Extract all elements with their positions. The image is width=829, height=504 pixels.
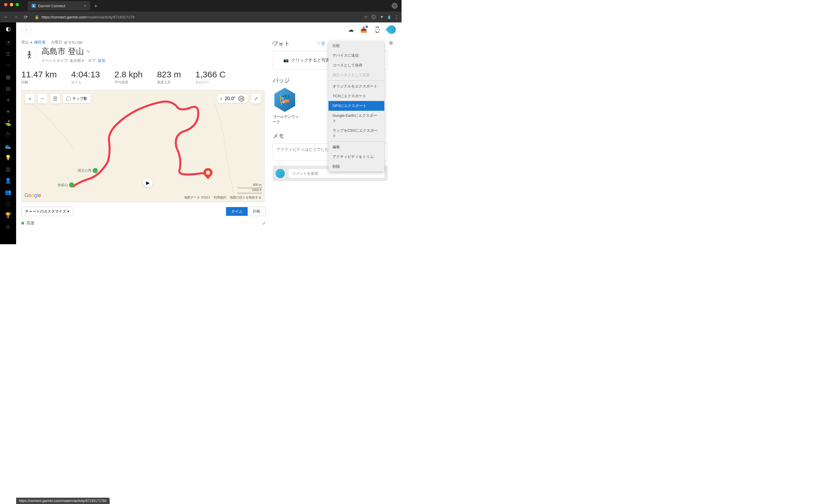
- close-tab-button[interactable]: ×: [84, 3, 86, 8]
- expand-icon[interactable]: ⤢: [262, 221, 266, 225]
- app-shell: ◐ ◔ ☰ 〰 ▦ ▤ ✦ ♥ ⛳ ⏱ 👟 💡 ▥ 👤 👥 ⬡ 🏆 ◎ › ☁ …: [0, 23, 402, 244]
- info-icon[interactable]: ⓘ: [372, 14, 376, 20]
- breadcrumb: 登山 ▾ 鎌田遼 、火曜日 @ 9:51 AM: [21, 40, 266, 45]
- user-link[interactable]: 鎌田遼: [34, 40, 45, 45]
- weather-chip[interactable]: ‹ 20.0° 24: [216, 94, 248, 103]
- google-logo: Google: [25, 192, 41, 199]
- menu-icon[interactable]: ⋮: [394, 14, 399, 20]
- extensions-icon[interactable]: ✦: [380, 14, 384, 20]
- sidebar-layers-icon[interactable]: ☰: [5, 50, 11, 58]
- sidebar-bulb-icon[interactable]: 💡: [5, 154, 11, 161]
- gear-icon[interactable]: ⚙: [389, 40, 393, 46]
- map-container[interactable]: 明王の秀 赤坂山 ＋ − ☰ ラップ数 ‹ 20.0° 24: [21, 90, 265, 202]
- minimize-window-button[interactable]: [10, 3, 13, 6]
- tab-title: Garmin Connect: [38, 4, 65, 8]
- menu-item-trim[interactable]: アクティビティをトリム: [328, 152, 384, 162]
- stat-item: 11.47 km距離: [21, 70, 57, 85]
- layers-button[interactable]: ☰: [50, 94, 60, 104]
- garmin-logo-icon[interactable]: ◐: [5, 25, 11, 32]
- traffic-lights: [0, 0, 23, 9]
- comment-avatar: [276, 169, 285, 178]
- stat-item: 1,366 Cカロリー: [195, 70, 225, 85]
- address-bar-row: ← → ⟳ 🔒 https://connect.garmin.com/moder…: [0, 11, 402, 23]
- sidebar-stopwatch-icon[interactable]: ⏱: [5, 131, 11, 138]
- sidebar-person-icon[interactable]: 👤: [5, 177, 11, 184]
- sidebar-group-icon[interactable]: 👥: [5, 189, 11, 195]
- map-poi-label: 赤坂山: [58, 182, 74, 187]
- badge-item[interactable]: 🎏 ゴールデンウィーク: [273, 88, 301, 124]
- profile-indicator[interactable]: [392, 3, 398, 9]
- close-window-button[interactable]: [4, 3, 7, 6]
- sidebar-activity-icon[interactable]: ✦: [5, 97, 11, 104]
- url-bar[interactable]: 🔒 https://connect.garmin.com/modern/acti…: [32, 15, 360, 19]
- activity-title: 高島市 登山 ✎: [41, 46, 105, 57]
- sidebar-hex-icon[interactable]: ⬡: [5, 200, 11, 207]
- customize-chart-button[interactable]: チャートのカスタマイズ ▾: [21, 207, 73, 216]
- new-tab-button[interactable]: ＋: [93, 2, 98, 9]
- browser-tab[interactable]: ▲ Garmin Connect ×: [28, 1, 90, 10]
- tab-distance[interactable]: 距離: [248, 207, 265, 216]
- menu-item-compare[interactable]: 比較: [328, 41, 384, 50]
- browser-actions: ☆ ⓘ ✦ ◖ ⋮: [364, 14, 399, 20]
- sidebar-bars-icon[interactable]: ▥: [5, 166, 11, 173]
- sidebar-calendar-icon[interactable]: ▦: [5, 74, 11, 80]
- menu-item-exgpx[interactable]: GPXにエクスポート: [328, 101, 384, 111]
- tab-time[interactable]: タイム: [226, 207, 248, 216]
- play-button[interactable]: ▶: [143, 178, 153, 187]
- chevron-down-icon[interactable]: ▾: [31, 40, 33, 45]
- bookmark-icon[interactable]: ☆: [364, 14, 368, 20]
- map-scale: 300 m 1000 ft: [238, 183, 261, 193]
- maximize-window-button[interactable]: [15, 3, 19, 6]
- avatar[interactable]: [386, 23, 398, 35]
- badge-icon: 🎏: [273, 88, 297, 112]
- svg-point-0: [29, 51, 31, 53]
- menu-item-savecourse[interactable]: コースとして保存: [328, 61, 384, 70]
- back-button[interactable]: ←: [3, 14, 9, 20]
- device-icon[interactable]: ⌚: [374, 26, 381, 33]
- tab-favicon: ▲: [32, 4, 36, 8]
- activity-type-icon: [21, 47, 37, 63]
- menu-item-exorig[interactable]: オリジナルをエクスポート: [328, 81, 384, 91]
- vertical-sidebar: ◐ ◔ ☰ 〰 ▦ ▤ ✦ ♥ ⛳ ⏱ 👟 💡 ▥ 👤 👥 ⬡ 🏆 ◎: [0, 23, 16, 244]
- sidebar-heart-icon[interactable]: ♥: [5, 108, 11, 115]
- zoom-in-button[interactable]: ＋: [25, 94, 35, 104]
- topbar: › ☁ 📥 ⌚: [16, 23, 402, 37]
- menu-item-excsv[interactable]: ラップをCSVにエクスポート: [328, 126, 384, 141]
- report-link[interactable]: 地図の誤りを報告する: [230, 195, 261, 200]
- sidebar-golf-icon[interactable]: ⛳: [5, 120, 11, 127]
- sidebar-dashboard-icon[interactable]: ◔: [5, 39, 11, 46]
- menu-item-pb: 自己ベストとして設定: [328, 70, 384, 80]
- main-panel: › ☁ 📥 ⌚ ‹ › ♡ 0 ⚙ 登山 ▾ 鎌田遼 、火曜日: [16, 23, 402, 244]
- sidebar-target-icon[interactable]: ◎: [5, 223, 11, 230]
- sidebar-shoe-icon[interactable]: 👟: [5, 143, 11, 150]
- extension-pacman-icon[interactable]: ◖: [388, 14, 390, 20]
- camera-icon: 📷: [283, 58, 289, 63]
- reload-button[interactable]: ⟳: [23, 14, 29, 20]
- chevron-left-icon[interactable]: ‹: [220, 96, 222, 101]
- menu-item-send[interactable]: デバイスに送信: [328, 50, 384, 61]
- sidebar-news-icon[interactable]: ▤: [5, 85, 11, 92]
- terms-link[interactable]: 利用規約: [214, 195, 226, 200]
- settings-dropdown: 比較デバイスに送信コースとして保存自己ベストとして設定オリジナルをエクスポートT…: [328, 41, 384, 172]
- upload-icon[interactable]: ☁: [348, 26, 354, 33]
- menu-item-edit[interactable]: 編集: [328, 142, 384, 152]
- browser-chrome: ▲ Garmin Connect × ＋ ← → ⟳ 🔒 https://con…: [0, 0, 402, 23]
- menu-item-extcx[interactable]: TCXにエクスポート: [328, 91, 384, 101]
- map-footer: 地図データ ©2021 利用規約 地図の誤りを報告する: [184, 195, 261, 200]
- fullscreen-button[interactable]: ⤢: [251, 94, 261, 104]
- inbox-icon[interactable]: 📥: [360, 26, 367, 33]
- sidebar-wave-icon[interactable]: 〰: [5, 62, 11, 69]
- map-poi-label: 明王の秀: [78, 168, 98, 173]
- content: ‹ › ♡ 0 ⚙ 登山 ▾ 鎌田遼 、火曜日 @ 9:51 AM: [16, 37, 402, 226]
- zoom-out-button[interactable]: −: [38, 94, 47, 104]
- menu-item-del[interactable]: 削除: [328, 162, 384, 172]
- forward-button[interactable]: →: [13, 14, 19, 20]
- add-gear-link[interactable]: 追加: [98, 59, 105, 63]
- elevation-section-header: 高度 ⤢: [21, 221, 266, 226]
- sidebar-trophy-icon[interactable]: 🏆: [5, 212, 11, 219]
- menu-item-exge[interactable]: Google Earthにエクスポート: [328, 111, 384, 126]
- laps-toggle[interactable]: ラップ数: [63, 94, 91, 103]
- edit-title-icon[interactable]: ✎: [86, 49, 90, 55]
- expand-sidebar-button[interactable]: ›: [22, 25, 31, 34]
- chevron-down-icon[interactable]: ▾: [82, 59, 84, 63]
